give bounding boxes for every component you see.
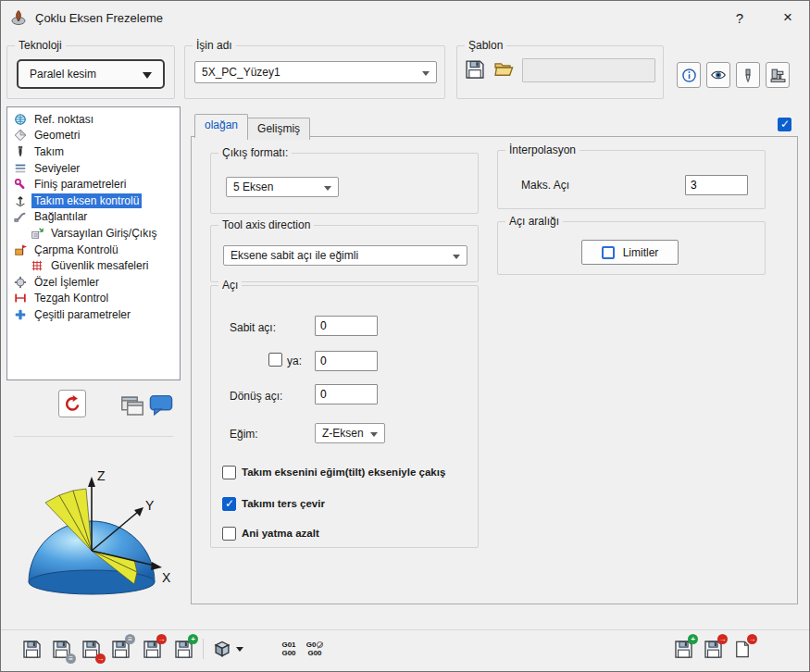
output-format-dropdown[interactable]: 5 Eksen	[226, 177, 339, 197]
preview-button[interactable]	[706, 62, 730, 88]
separator	[14, 436, 173, 437]
template-add-button[interactable]: +	[671, 637, 695, 661]
aci-araligi-label: Açı aralığı	[505, 215, 563, 228]
help-button[interactable]: ?	[718, 1, 761, 34]
tree-item-ozel-islemler[interactable]: Özel İşlemler	[7, 274, 180, 291]
gcode-feed-bottom: G00	[277, 649, 301, 657]
max-angle-field[interactable]	[685, 175, 748, 195]
tree-item-ref-noktasi[interactable]: Ref. noktası	[7, 111, 180, 128]
chevron-down-icon	[453, 255, 460, 263]
tilt-axis-dropdown[interactable]: Z-Eksen	[315, 423, 385, 443]
gcode-rapid-toggle[interactable]: G0 G00	[303, 637, 327, 661]
rotation-angle-field[interactable]	[315, 384, 378, 404]
tree-item-takim[interactable]: Takım	[7, 143, 180, 160]
aci-araligi-group: Açı aralığı Limitler	[497, 221, 766, 275]
eye-icon	[710, 67, 727, 83]
list-badge-icon: ≡	[125, 634, 135, 644]
reverse-tool-label: Takımı ters çevir	[242, 498, 325, 509]
close-button[interactable]: ×	[766, 1, 809, 34]
tree-item-geometri[interactable]: Geometri	[7, 128, 180, 144]
arrow-badge-icon: →	[156, 634, 167, 644]
tree-item-carpma-kontrolu[interactable]: Çarpma Kontrolü	[7, 242, 180, 258]
isin-adi-label: İşin adı	[193, 39, 236, 52]
separator	[203, 639, 204, 659]
machine-control-icon	[14, 292, 28, 305]
tabstrip: olağan Gelişmiş	[194, 114, 309, 138]
arrow-badge-icon: →	[717, 634, 728, 644]
ya-checkbox[interactable]	[268, 353, 282, 367]
comment-button[interactable]	[149, 393, 173, 418]
panel-enabled-checkbox[interactable]	[778, 118, 791, 131]
tree-item-label: Takım	[31, 144, 67, 159]
technology-dropdown[interactable]: Paralel kesim	[17, 59, 165, 89]
template-transfer-button[interactable]: →	[701, 637, 725, 661]
recalculate-button[interactable]	[58, 390, 86, 417]
tree-item-tezgah-kontrol[interactable]: Tezgah Kontrol	[7, 291, 180, 307]
frames-icon	[119, 395, 145, 417]
chevron-down-icon	[143, 72, 152, 83]
limits-checkbox[interactable]	[602, 246, 615, 259]
tree-item-cesitli-parametreler[interactable]: Çeşitli parametreler	[7, 306, 180, 323]
multi-axis-milling-dialog: Çoklu Eksen Frezeleme ? × Teknoloji Para…	[0, 0, 810, 672]
save-list-button[interactable]: ≡	[108, 637, 132, 661]
tool-axis-direction-value: Eksene sabit açı ile eğimli	[231, 249, 358, 262]
tree-item-label: Özel İşlemler	[31, 275, 102, 290]
save-button[interactable]	[19, 637, 44, 661]
view-cube-chevron[interactable]	[236, 647, 243, 655]
document-export-button[interactable]: →	[730, 637, 754, 661]
tree-item-baglantilar[interactable]: Bağlantılar	[7, 209, 180, 226]
tree-item-finis-parametreleri[interactable]: Finiş parametreleri	[7, 176, 180, 193]
save-add-button[interactable]: +	[171, 637, 195, 661]
finish-parameters-icon	[14, 178, 28, 191]
tree-item-varsayilan-giris-cikis[interactable]: Varsayılan Giriş/Çıkış	[7, 225, 180, 242]
job-name-value: 5X_PC_Yüzey1	[202, 66, 280, 79]
cikis-formati-label: Çıkış formatı:	[218, 146, 292, 159]
tree-item-label: Güvenlik mesafeleri	[48, 258, 151, 273]
template-name-field[interactable]	[522, 58, 655, 82]
limits-button[interactable]: Limitler	[581, 240, 679, 265]
save-transfer-button[interactable]: →	[140, 637, 164, 661]
tab-olagan[interactable]: olağan	[194, 114, 248, 138]
reverse-tool-checkbox[interactable]	[222, 497, 236, 511]
tree-item-label: Varsayılan Giriş/Çıkış	[48, 226, 159, 241]
save-as-button[interactable]: ≡	[49, 637, 73, 661]
tilt-coincide-checkbox[interactable]	[222, 466, 236, 479]
titlebar: Çoklu Eksen Frezeleme ? ×	[1, 1, 809, 34]
refresh-icon	[63, 394, 82, 414]
tree-item-takim-eksen-kontrolu[interactable]: Takım eksen kontrolü	[7, 193, 180, 209]
special-operations-icon	[14, 276, 28, 289]
cube-icon	[212, 639, 232, 659]
collision-control-icon	[14, 243, 28, 256]
copy-badge-icon: ≡	[66, 653, 76, 664]
tilt-axis-value: Z-Eksen	[322, 427, 364, 440]
tree-item-guvenlik-mesafeleri[interactable]: Güvenlik mesafeleri	[7, 257, 180, 274]
chevron-down-icon	[422, 71, 430, 80]
entry-exit-icon	[31, 227, 44, 240]
tool-axis-direction-dropdown[interactable]: Eksene sabit açı ile eğimli	[223, 245, 467, 266]
reduce-sudden-tilt-checkbox[interactable]	[222, 527, 236, 541]
links-icon	[14, 210, 28, 223]
sabit-aci-label: Sabit açı:	[230, 321, 276, 334]
machine-display-button[interactable]	[766, 62, 790, 88]
template-save-button[interactable]	[465, 59, 485, 82]
template-manager-button[interactable]	[119, 395, 145, 420]
info-icon	[681, 68, 697, 83]
export-button[interactable]: →	[79, 637, 103, 661]
tree-item-label: Takım eksen kontrolü	[31, 193, 142, 208]
plus-badge-icon: +	[188, 634, 198, 644]
view-cube-button[interactable]	[210, 637, 234, 661]
donus-aci-label: Dönüş açı:	[230, 390, 282, 403]
fixed-angle-field[interactable]	[315, 316, 378, 336]
info-button[interactable]	[677, 62, 701, 88]
tool-display-button[interactable]	[736, 62, 760, 88]
tree-item-seviyeler[interactable]: Seviyeler	[7, 160, 180, 177]
ya-angle-field[interactable]	[315, 351, 378, 371]
ref-point-icon	[14, 113, 28, 126]
tilt-coincide-label: Takım eksenini eğim(tilt) ekseniyle çakı…	[242, 467, 445, 478]
job-name-combobox[interactable]: 5X_PC_Yüzey1	[194, 61, 437, 83]
gcode-feed-toggle[interactable]: G01 G00	[277, 637, 301, 661]
template-open-folder-button[interactable]	[492, 59, 515, 82]
tree-item-label: Bağlantılar	[31, 209, 90, 224]
tab-gelismis[interactable]: Gelişmiş	[247, 118, 310, 140]
z-axis-label: Z	[97, 468, 106, 483]
